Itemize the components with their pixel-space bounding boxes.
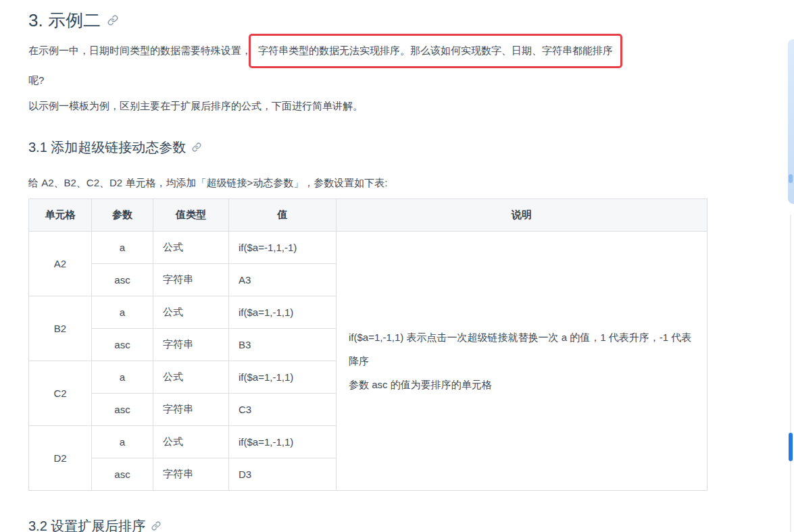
intro-text-after: 呢? [28,73,714,88]
widget-handle-icon [789,174,793,183]
note-cell: if($a=1,-1,1) 表示点击一次超级链接就替换一次 a 的值，1 代表升… [337,232,708,491]
section-heading-3-2-text: 3.2 设置扩展后排序 [28,517,145,532]
section-heading-3-text: 3. 示例二 [28,9,101,32]
type-value: 字符串 [153,329,229,361]
param-value: asc [92,394,153,426]
cell-name-a2: A2 [29,232,92,296]
type-value: 公式 [153,296,229,329]
section-heading-3-1-text: 3.1 添加超级链接动态参数 [28,138,186,157]
cell-name-b2: B2 [29,296,92,361]
col-header-type: 值类型 [153,199,229,232]
paragraph-3: 给 A2、B2、C2、D2 单元格，均添加「超级链接>动态参数」，参数设置如下表… [28,176,714,190]
type-value: 公式 [153,232,229,264]
anchor-link-icon[interactable] [107,15,118,26]
paragraph-2: 以示例一模板为例，区别主要在于扩展后排序的公式，下面进行简单讲解。 [28,99,714,113]
col-header-param: 参数 [92,199,153,232]
value-value: C3 [229,394,337,426]
section-heading-3-2: 3.2 设置扩展后排序 [28,516,714,532]
value-value: D3 [229,458,337,491]
cell-name-c2: C2 [29,361,92,426]
value-value: if($a=1,-1,1) [229,296,337,329]
intro-text-before: 在示例一中，日期时间类型的数据需要特殊设置， [28,45,251,57]
value-value: B3 [229,329,337,361]
type-value: 公式 [153,361,229,394]
cell-name-d2: D2 [29,426,92,491]
anchor-link-icon[interactable] [192,142,201,152]
value-value: A3 [229,264,337,296]
param-value: asc [92,329,153,361]
param-value: a [92,296,153,329]
section-heading-3-1: 3.1 添加超级链接动态参数 [28,138,714,157]
doc-content: 3. 示例二 在示例一中，日期时间类型的数据需要特殊设置， 字符串类型的数据无法… [28,0,714,532]
type-value: 公式 [153,426,229,458]
scrollbar-track[interactable] [790,215,791,532]
value-value: if($a=1,-1,1) [229,426,337,458]
value-value: if($a=1,-1,1) [229,361,337,394]
param-value: a [92,232,153,264]
param-value: asc [92,458,153,491]
note-line-1: if($a=1,-1,1) 表示点击一次超级链接就替换一次 a 的值，1 代表升… [349,325,695,373]
param-value: asc [92,264,153,296]
col-header-note: 说明 [337,199,708,232]
value-value: if($a=-1,1,-1) [229,232,337,264]
table-header-row: 单元格 参数 值类型 值 说明 [29,199,708,232]
table-row: A2 a 公式 if($a=-1,1,-1) if($a=1,-1,1) 表示点… [29,232,708,264]
highlight-box: 字符串类型的数据无法实现排序。那么该如何实现数字、日期、字符串都能排序 [249,34,622,68]
scrollbar-thumb[interactable] [789,433,793,461]
col-header-cell: 单元格 [29,199,92,232]
intro-paragraph-line1: 在示例一中，日期时间类型的数据需要特殊设置， 字符串类型的数据无法实现排序。那么… [28,34,714,68]
type-value: 字符串 [153,264,229,296]
parameter-table: 单元格 参数 值类型 值 说明 A2 a 公式 if($a=-1,1,-1) i… [28,198,708,491]
type-value: 字符串 [153,458,229,491]
param-value: a [92,361,153,394]
type-value: 字符串 [153,394,229,426]
col-header-value: 值 [229,199,337,232]
note-line-2: 参数 asc 的值为要排序的单元格 [349,373,695,396]
param-value: a [92,426,153,458]
floating-side-widget[interactable] [788,39,794,204]
anchor-link-icon[interactable] [151,521,161,531]
section-heading-3: 3. 示例二 [28,8,714,32]
